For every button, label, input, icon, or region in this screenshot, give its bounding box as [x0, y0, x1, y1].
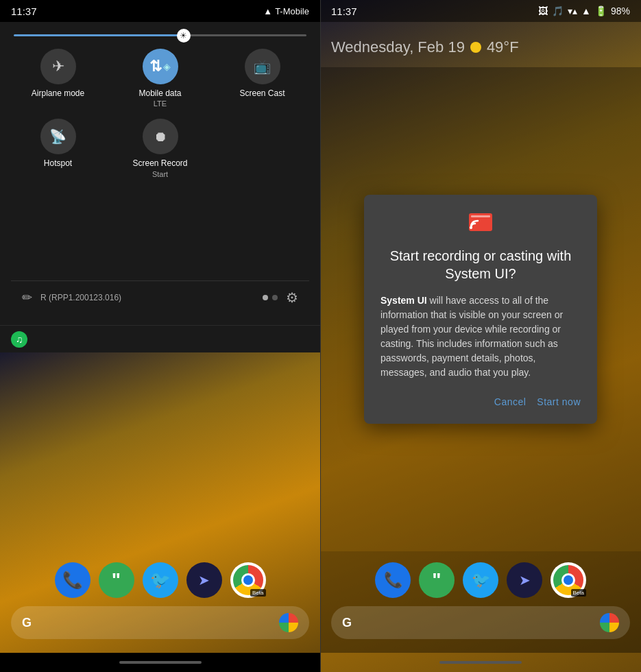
tiles-grid: ✈ Airplane mode ⇅ ◈ Mobile data LTE 📺 Sc…: [11, 43, 309, 113]
cancel-button[interactable]: Cancel: [494, 396, 527, 407]
dock-twitter-left[interactable]: 🐦: [143, 562, 178, 598]
right-bottom: 📞 " 🐦 ➤ Beta G: [320, 551, 641, 653]
signal-right-icon: ▲: [581, 5, 591, 16]
wallpaper-right: Start recording or casting with System U…: [320, 67, 641, 551]
screen-record-tile-icon: ⏺: [143, 119, 178, 154]
dock-twitter-right[interactable]: 🐦: [463, 562, 498, 598]
dialog-body: System UI will have access to all of the…: [380, 293, 581, 380]
dialog-overlay: Start recording or casting with System U…: [320, 67, 641, 551]
tile-hotspot[interactable]: 📡 Hotspot: [11, 119, 105, 178]
dot-1: [263, 295, 268, 300]
data-arrows-icon: ⇅: [149, 58, 162, 75]
dock-right: 📞 " 🐦 ➤ Beta: [320, 551, 641, 606]
data-side-icon: ◈: [163, 61, 171, 72]
google-dots-right: [600, 613, 619, 632]
dialog-title: Start recording or casting with System U…: [380, 247, 581, 283]
screencast-label: Screen Cast: [239, 88, 285, 98]
battery-percent: 98%: [611, 5, 630, 16]
spotify-icon: ♫: [11, 331, 27, 348]
brightness-row[interactable]: [11, 27, 309, 43]
dock-quotes-right[interactable]: ": [419, 562, 455, 598]
home-bar-left: [119, 661, 202, 664]
search-bar-right[interactable]: G: [331, 606, 630, 639]
time-right: 11:37: [331, 5, 357, 17]
wifi-icon: ▾▴: [568, 5, 577, 16]
dot-2: [272, 295, 278, 300]
airplane-label: Airplane mode: [32, 88, 84, 98]
date-weather: Wednesday, Feb 19 49°F: [320, 22, 641, 67]
battery-icon: 🔋: [595, 5, 607, 16]
time-left: 11:37: [11, 5, 37, 17]
airplane-icon: ✈: [52, 58, 64, 75]
mobile-data-label: Mobile data: [138, 88, 181, 98]
screen-record-sublabel: Start: [152, 170, 168, 178]
tile-screencast[interactable]: 📺 Screen Cast: [215, 49, 309, 108]
tile-mobile-data[interactable]: ⇅ ◈ Mobile data LTE: [113, 49, 207, 108]
spotify-status-icon: 🎵: [552, 5, 564, 16]
notification-bar: ♫: [0, 325, 320, 352]
dock-arrow-right[interactable]: ➤: [507, 562, 542, 598]
home-bar-right: [439, 661, 522, 664]
screencast-tile-icon: 📺: [245, 49, 280, 84]
cast-icon-svg: [467, 211, 494, 233]
dock-left: 📞 " 🐦 ➤ Beta: [0, 562, 320, 598]
status-bar-right: 11:37 🖼 🎵 ▾▴ ▲ 🔋 98%: [320, 0, 641, 22]
brightness-slider[interactable]: [14, 34, 306, 36]
quick-settings-panel: ✈ Airplane mode ⇅ ◈ Mobile data LTE 📺 Sc…: [0, 22, 320, 325]
status-icons-right: 🖼 🎵 ▾▴ ▲ 🔋 98%: [538, 5, 630, 16]
dock-chrome-right[interactable]: Beta: [551, 562, 586, 598]
google-g-left: G: [22, 616, 32, 630]
mobile-data-tile-icon: ⇅ ◈: [143, 49, 178, 84]
date-text: Wednesday, Feb 19: [331, 38, 465, 56]
dialog-cast-icon: [380, 211, 581, 236]
beta-label-left: Beta: [250, 589, 265, 597]
system-ui-dialog: Start recording or casting with System U…: [364, 195, 597, 424]
settings-icon[interactable]: ⚙: [286, 289, 298, 306]
screen-record-label: Screen Record: [132, 158, 187, 168]
quick-settings-bottom-bar: ✏ R (RPP1.200123.016) ⚙: [11, 280, 309, 314]
carrier-name: T-Mobile: [275, 6, 309, 16]
hotspot-icon: 📡: [49, 128, 66, 145]
dock-chrome-left[interactable]: Beta: [230, 562, 266, 598]
home-indicator-left: [0, 653, 320, 672]
weather-dot: [470, 42, 481, 53]
panel-divider: [320, 0, 321, 672]
dialog-buttons: Cancel Start now: [380, 396, 581, 407]
tiles-row2: 📡 Hotspot ⏺ Screen Record Start: [11, 116, 309, 180]
beta-label-right: Beta: [571, 589, 586, 597]
hotspot-label: Hotspot: [44, 158, 72, 168]
build-version: R (RPP1.200123.016): [40, 293, 121, 302]
svg-rect-1: [471, 215, 490, 217]
status-bar-left: 11:37 ▲ T-Mobile: [0, 0, 320, 22]
brightness-thumb[interactable]: [177, 29, 191, 43]
right-panel: 11:37 🖼 🎵 ▾▴ ▲ 🔋 98% Wednesday, Feb 19 4…: [320, 0, 641, 672]
dock-quotes-left[interactable]: ": [99, 562, 134, 598]
google-g-right: G: [342, 616, 352, 630]
dialog-body-text: will have access to all of the informati…: [380, 295, 563, 378]
wallpaper-left: 📞 " 🐦 ➤ Beta G: [0, 352, 320, 653]
system-ui-bold: System UI: [380, 295, 427, 306]
tile-screen-record[interactable]: ⏺ Screen Record Start: [113, 119, 207, 178]
carrier-info: ▲ T-Mobile: [263, 6, 309, 16]
hotspot-tile-icon: 📡: [40, 119, 76, 154]
dock-phone-right[interactable]: 📞: [375, 562, 411, 598]
left-panel: 11:37 ▲ T-Mobile ✈ Airplane mode: [0, 0, 320, 672]
dock-arrow-left[interactable]: ➤: [186, 562, 222, 598]
page-dots: [263, 295, 278, 300]
search-bar-left[interactable]: G: [11, 606, 309, 639]
signal-icon: ▲: [263, 6, 272, 16]
record-icon: ⏺: [154, 129, 167, 145]
svg-point-2: [470, 226, 472, 229]
airplane-tile-icon: ✈: [40, 49, 76, 84]
temperature-text: 49°F: [487, 38, 519, 56]
google-dots-left: [279, 613, 298, 632]
photos-status-icon: 🖼: [538, 5, 548, 16]
tile-airplane[interactable]: ✈ Airplane mode: [11, 49, 105, 108]
edit-icon[interactable]: ✏: [22, 290, 32, 305]
mobile-data-sublabel: LTE: [154, 99, 167, 108]
cast-icon: 📺: [254, 58, 271, 75]
start-now-button[interactable]: Start now: [537, 396, 581, 407]
dock-phone-left[interactable]: 📞: [55, 562, 90, 598]
home-indicator-right: [320, 653, 641, 672]
